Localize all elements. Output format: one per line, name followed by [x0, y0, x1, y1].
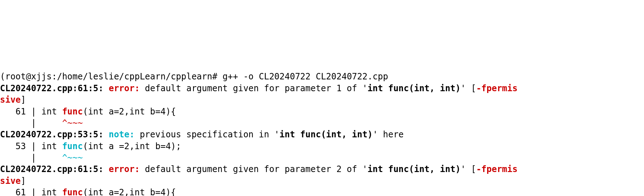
gutter-61: 61 | — [0, 107, 42, 117]
error-tag: error: — [109, 164, 145, 174]
ctx61-id: func — [62, 107, 83, 117]
error-2-line-a: CL20240722.cpp:61:5: error: default argu… — [0, 164, 518, 174]
context-61-code: 61 | int func(int a=2,int b=4){ — [0, 107, 176, 117]
gutter-53: 53 | — [0, 141, 42, 151]
note-1-msg-b: ' here — [373, 129, 404, 139]
prompt-cut: ( — [0, 72, 5, 82]
command-text: g++ -o CL20240722 CL20240722.cpp — [222, 72, 388, 82]
error-2-wrap: sive — [0, 176, 21, 186]
prompt-cwd: /home/leslie/cppLearn/cpplearn — [57, 72, 212, 82]
error-1-close: ] — [21, 95, 26, 105]
error-2-msg-b: ' [ — [461, 164, 476, 174]
ctx61b-id: func — [62, 187, 83, 196]
error-1-location: CL20240722.cpp:61:5: — [0, 83, 109, 93]
prompt-userhost: root@xjjs — [5, 72, 52, 82]
error-1-msg-b: ' [ — [461, 83, 476, 93]
ctx61-pre: int — [42, 107, 62, 117]
error-1-wrap: sive — [0, 95, 21, 105]
ctx61b-post: (int a=2,int b=4){ — [83, 187, 176, 196]
error-2-flag: -fpermis — [476, 164, 518, 174]
error-1-signature: int func(int, int) — [367, 83, 461, 93]
error-1-msg-a: default argument given for parameter 1 o… — [145, 83, 367, 93]
ctx61b-pre: int — [42, 187, 62, 196]
gutter-53-caret: | — [0, 153, 42, 163]
context-53-code: 53 | int func(int a =2,int b=4); — [0, 141, 181, 151]
ctx53-post: (int a =2,int b=4); — [83, 141, 181, 151]
context-61-caret: | ^~~~ — [0, 118, 83, 128]
ctx61-post: (int a=2,int b=4){ — [83, 107, 176, 117]
error-2-location: CL20240722.cpp:61:5: — [0, 164, 109, 174]
caret-marker: ^~~~ — [62, 118, 83, 128]
ctx53-id: func — [62, 141, 83, 151]
error-2-close: ] — [21, 176, 26, 186]
context-61b-code: 61 | int func(int a=2,int b=4){ — [0, 187, 176, 196]
error-2-signature: int func(int, int) — [367, 164, 461, 174]
prompt-line: (root@xjjs:/home/leslie/cppLearn/cpplear… — [0, 72, 388, 82]
terminal-output[interactable]: (root@xjjs:/home/leslie/cppLearn/cpplear… — [0, 58, 644, 196]
note-1-signature: int func(int, int) — [279, 129, 373, 139]
gutter-61b: 61 | — [0, 187, 42, 196]
prompt-hash: # — [212, 72, 222, 82]
error-1-line-b: sive] — [0, 95, 26, 105]
ctx61-caret-pad — [42, 118, 62, 128]
note-1-line: CL20240722.cpp:53:5: note: previous spec… — [0, 129, 404, 139]
error-2-line-b: sive] — [0, 176, 26, 186]
note-1-location: CL20240722.cpp:53:5: — [0, 129, 109, 139]
context-53-caret: | ^~~~ — [0, 153, 83, 163]
note-tag: note: — [109, 129, 140, 139]
error-1-flag: -fpermis — [476, 83, 518, 93]
error-2-msg-a: default argument given for parameter 2 o… — [145, 164, 367, 174]
gutter-61-caret: | — [0, 118, 42, 128]
ctx53-caret-pad — [42, 153, 62, 163]
prompt-sep: : — [52, 72, 57, 82]
error-tag: error: — [109, 83, 145, 93]
error-1-line-a: CL20240722.cpp:61:5: error: default argu… — [0, 83, 518, 93]
caret-marker: ^~~~ — [62, 153, 83, 163]
note-1-msg-a: previous specification in ' — [140, 129, 279, 139]
ctx53-pre: int — [42, 141, 62, 151]
